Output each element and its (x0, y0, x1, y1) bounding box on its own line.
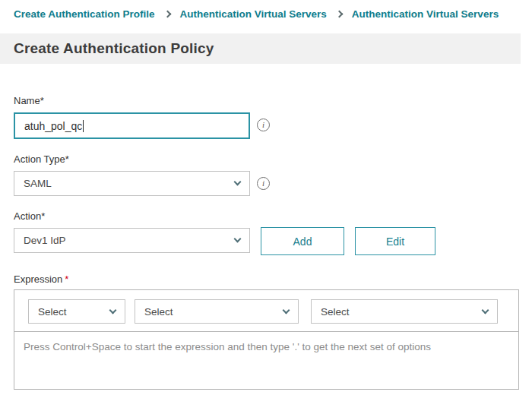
expression-select-3[interactable]: Select (311, 299, 498, 324)
name-input-value: atuh_pol_qc (24, 120, 82, 132)
expression-select-2-value: Select (144, 306, 173, 318)
breadcrumb: Create Authentication Profile Authentica… (14, 8, 532, 20)
info-icon[interactable]: i (257, 119, 270, 131)
breadcrumb-separator-icon (337, 11, 342, 17)
action-select-value: Dev1 IdP (24, 235, 66, 246)
breadcrumb-link-authentication-virtual-servers-2[interactable]: Authentication Virtual Servers (352, 8, 499, 20)
page-header: Create Authentication Policy (0, 33, 521, 64)
breadcrumb-link-authentication-virtual-servers[interactable]: Authentication Virtual Servers (180, 8, 327, 20)
expression-select-1[interactable]: Select (28, 299, 125, 324)
breadcrumb-separator-icon (165, 11, 170, 17)
text-caret (83, 120, 84, 132)
info-icon[interactable]: i (257, 177, 270, 190)
action-select[interactable]: Dev1 IdP (14, 228, 250, 253)
expression-label: Expression* (14, 273, 68, 285)
breadcrumb-link-create-authentication-profile[interactable]: Create Authentication Profile (14, 8, 155, 20)
add-button[interactable]: Add (261, 227, 344, 255)
action-type-select[interactable]: SAML (14, 171, 250, 196)
expression-select-2[interactable]: Select (135, 299, 299, 324)
name-label: Name* (14, 95, 44, 106)
expression-editor: Select Select Select Press Control+Space… (14, 289, 519, 390)
expression-select-1-value: Select (38, 306, 67, 318)
create-auth-policy-screen: Create Authentication Profile Authentica… (0, 0, 532, 414)
action-label: Action* (14, 210, 45, 222)
chevron-down-icon (234, 179, 242, 186)
edit-button[interactable]: Edit (355, 227, 435, 255)
action-type-select-value: SAML (24, 178, 52, 189)
chevron-down-icon (482, 306, 489, 314)
chevron-down-icon (234, 235, 242, 243)
name-input[interactable]: atuh_pol_qc (14, 112, 250, 139)
page-title: Create Authentication Policy (14, 40, 214, 57)
expression-select-row: Select Select Select (14, 290, 518, 332)
chevron-down-icon (283, 306, 290, 314)
action-type-label: Action Type* (14, 153, 69, 165)
chevron-down-icon (109, 306, 117, 314)
expression-select-3-value: Select (321, 306, 350, 318)
expression-input[interactable]: Press Control+Space to start the express… (14, 332, 518, 362)
